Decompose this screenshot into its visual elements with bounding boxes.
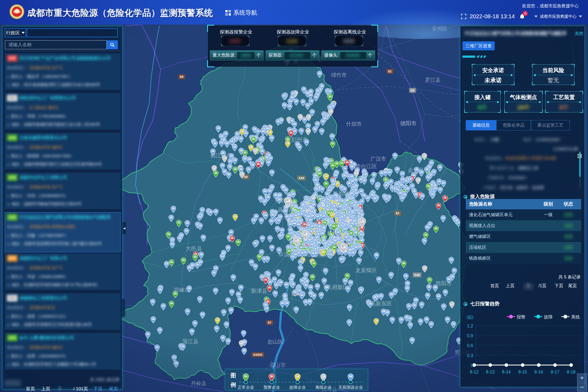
- svg-text:应急管理: 应急管理: [14, 6, 20, 8]
